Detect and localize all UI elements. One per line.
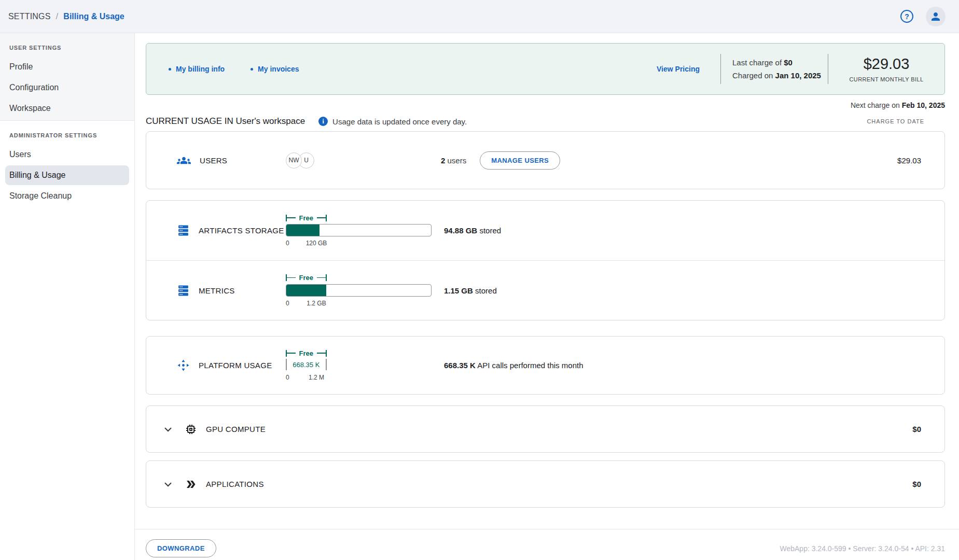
current-monthly-bill: $29.03 CURRENT MONTHLY BILL [828,55,944,82]
storage-icon [177,284,190,297]
user-avatar-button[interactable] [926,7,946,26]
api-calls-value: 668.35 K API calls performed this month [444,361,583,370]
metrics-stored-value: 1.15 GB stored [444,286,497,295]
administrator-settings-header: ADMINISTRATOR SETTINGS [5,126,129,144]
gpu-chip-icon [185,423,197,436]
avatar-chip: NW [286,152,302,169]
bullet-icon [251,68,253,71]
platform-usage-card: PLATFORM USAGE Free 668.35 K 0 1.2 M [146,336,945,395]
tick-max: 120 GB [306,240,327,247]
my-invoices-link[interactable]: My invoices [251,65,299,73]
my-billing-info-link[interactable]: My billing info [169,65,225,73]
tick-max: 1.2 M [309,374,324,381]
breadcrumb: SETTINGS / Billing & Usage [8,11,124,22]
bill-amount: $29.03 [828,55,944,73]
users-row-label: USERS [200,156,227,165]
chevron-down-icon[interactable] [161,478,175,491]
applications-charge: $0 [912,480,944,488]
metrics-progress-bar [286,284,432,297]
applications-card: APPLICATIONS $0 [146,460,945,508]
bill-caption: CURRENT MONTHLY BILL [828,76,944,82]
tick-zero: 0 [286,300,289,307]
last-charge-info: Last charge of $0 Charged on Jan 10, 202… [721,56,828,82]
user-count: 2 users [441,156,466,165]
help-icon[interactable]: ? [900,10,913,23]
top-bar: SETTINGS / Billing & Usage ? [0,0,959,33]
bullet-icon [169,68,171,71]
applications-icon [185,478,197,491]
page-footer: DOWNGRADE WebApp: 3.24.0-599 • Server: 3… [135,529,959,557]
gpu-compute-charge: $0 [912,425,944,433]
info-icon: i [318,117,328,126]
platform-progress: Free 668.35 K 0 1.2 M [286,349,432,382]
tick-zero: 0 [286,374,289,381]
storage-usage-card: ARTIFACTS STORAGE Free 0 120 GB [146,200,945,320]
platform-usage-label: PLATFORM USAGE [199,361,272,370]
platform-current-value: 668.35 K [286,358,327,371]
charge-to-date-header: CHARGE TO DATE [867,118,945,124]
artifacts-storage-row: ARTIFACTS STORAGE Free 0 120 GB [146,201,944,260]
sidebar-item-billing-usage[interactable]: Billing & Usage [5,165,129,185]
downgrade-button[interactable]: DOWNGRADE [146,539,216,557]
person-icon [929,10,942,23]
users-icon [177,153,191,167]
next-charge-text: Next charge on Feb 10, 2025 [146,101,945,109]
tick-zero: 0 [286,240,289,247]
metrics-row: METRICS Free 0 1.2 GB [146,260,944,320]
artifacts-progress-bar [286,224,432,236]
storage-icon [177,224,190,237]
settings-sidebar: USER SETTINGS Profile Configuration Work… [0,33,135,560]
users-usage-card: USERS NW U 2 users MANAGE USERS $29.03 [146,131,945,189]
user-settings-header: USER SETTINGS [5,38,129,56]
breadcrumb-separator: / [56,11,59,22]
user-avatars: NW U [286,152,314,169]
gpu-compute-card: GPU COMPUTE $0 [146,405,945,453]
users-charge: $29.03 [897,156,944,165]
free-tier-bracket: Free [286,349,327,357]
chevron-down-icon[interactable] [161,423,175,436]
billing-banner: My billing info My invoices View Pricing… [146,43,945,95]
sidebar-item-users[interactable]: Users [5,145,129,164]
view-pricing-link[interactable]: View Pricing [657,65,700,73]
tick-max: 1.2 GB [307,300,326,307]
billing-main-content: My billing info My invoices View Pricing… [135,33,959,560]
sidebar-item-storage-cleanup[interactable]: Storage Cleanup [5,186,129,206]
artifacts-progress: Free 0 120 GB [286,214,432,247]
metrics-progress: Free 0 1.2 GB [286,274,432,307]
metrics-label: METRICS [199,286,235,295]
artifacts-storage-label: ARTIFACTS STORAGE [199,226,284,235]
artifacts-stored-value: 94.88 GB stored [444,226,501,235]
free-tier-bracket: Free [286,274,327,282]
manage-users-button[interactable]: MANAGE USERS [480,151,560,170]
sidebar-item-workspace[interactable]: Workspace [5,99,129,118]
gpu-compute-label: GPU COMPUTE [206,425,266,433]
applications-label: APPLICATIONS [206,480,264,488]
sidebar-item-profile[interactable]: Profile [5,57,129,77]
sidebar-item-configuration[interactable]: Configuration [5,78,129,97]
breadcrumb-settings[interactable]: SETTINGS [8,12,51,21]
breadcrumb-current-page: Billing & Usage [63,12,124,21]
version-info: WebApp: 3.24.0-599 • Server: 3.24.0-54 •… [780,544,945,553]
current-usage-title: CURRENT USAGE IN User's workspace [146,116,305,127]
platform-usage-icon [177,359,190,372]
free-tier-bracket: Free [286,214,327,222]
usage-info-text: Usage data is updated once every day. [332,117,467,126]
